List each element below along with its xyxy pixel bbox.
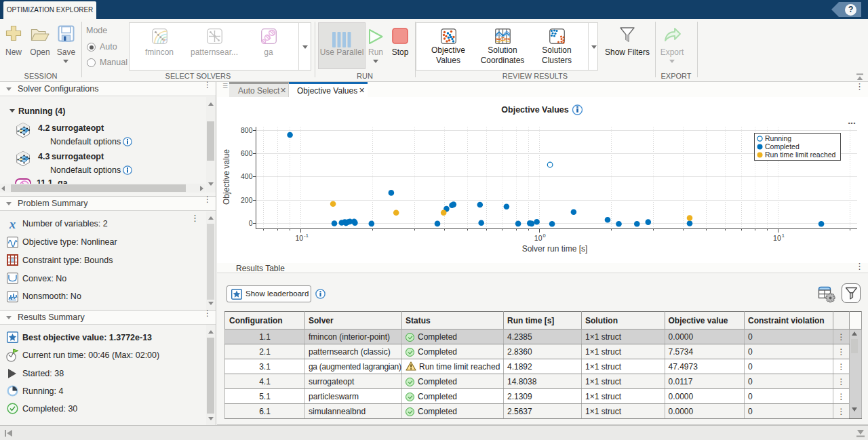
svg-text:Run time limit reached: Run time limit reached: [765, 151, 836, 159]
svg-text:Running: Running: [765, 134, 791, 142]
svg-text:1: 1: [782, 233, 785, 239]
svg-text:x: x: [9, 218, 16, 231]
svg-text:Objective Values: Objective Values: [501, 105, 568, 115]
svg-text:800: 800: [241, 126, 253, 134]
svg-text:600: 600: [241, 149, 253, 157]
svg-text:10: 10: [773, 234, 781, 242]
svg-text:200: 200: [241, 196, 253, 204]
svg-text:400: 400: [241, 172, 253, 180]
svg-text:Objective value: Objective value: [222, 149, 231, 205]
svg-text:0: 0: [543, 233, 546, 239]
svg-text:Solver run time [s]: Solver run time [s]: [522, 244, 588, 254]
svg-text:Completed: Completed: [765, 142, 800, 151]
svg-text:0: 0: [249, 219, 253, 227]
svg-text:-1: -1: [304, 233, 309, 239]
svg-text:...: ...: [848, 115, 856, 126]
svg-text:10: 10: [534, 234, 542, 242]
svg-text:10: 10: [296, 234, 304, 242]
